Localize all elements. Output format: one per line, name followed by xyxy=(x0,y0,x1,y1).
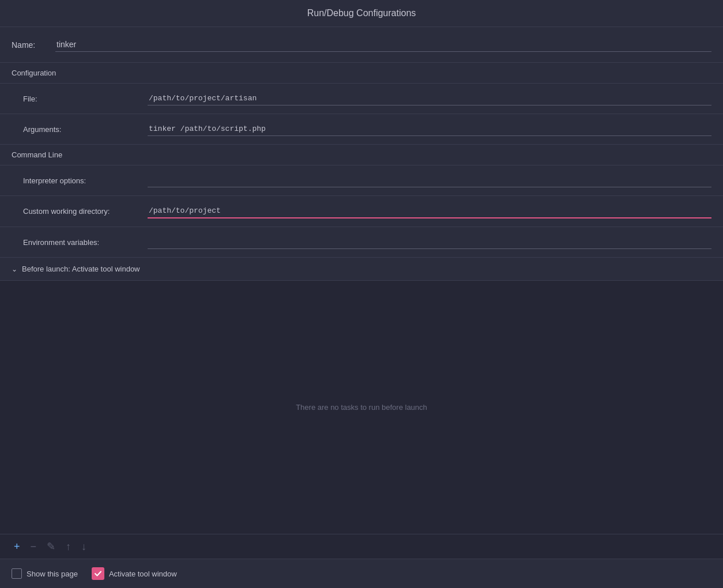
name-row: Name: xyxy=(0,27,723,63)
arguments-label: Arguments: xyxy=(23,125,138,134)
custom-working-dir-label: Custom working directory: xyxy=(23,207,138,216)
file-input[interactable] xyxy=(148,92,711,105)
before-launch-content: There are no tasks to run before launch xyxy=(0,281,723,534)
edit-button[interactable]: ✎ xyxy=(44,540,58,553)
chevron-down-icon: ⌄ xyxy=(12,265,17,273)
configuration-section: Configuration File: Arguments: xyxy=(0,63,723,145)
activate-window-checkbox-item[interactable]: Activate tool window xyxy=(92,567,177,580)
show-page-checkbox-item[interactable]: Show this page xyxy=(12,568,78,579)
interpreter-options-row: Interpreter options: xyxy=(0,165,723,196)
arguments-row: Arguments: xyxy=(0,114,723,144)
before-launch-label: Before launch: Activate tool window xyxy=(22,265,140,273)
activate-window-label: Activate tool window xyxy=(109,570,177,578)
remove-button[interactable]: − xyxy=(28,540,39,553)
interpreter-options-label: Interpreter options: xyxy=(23,176,138,185)
run-debug-dialog: Run/Debug Configurations Name: Configura… xyxy=(0,0,723,588)
env-variables-row: Environment variables: xyxy=(0,227,723,257)
add-button[interactable]: + xyxy=(12,540,22,553)
move-down-button[interactable]: ↓ xyxy=(79,540,89,553)
name-label: Name: xyxy=(12,40,46,50)
show-page-label: Show this page xyxy=(27,570,78,578)
show-page-checkbox[interactable] xyxy=(12,568,22,579)
custom-working-dir-row: Custom working directory: xyxy=(0,196,723,227)
activate-window-checkbox[interactable] xyxy=(92,567,104,580)
command-line-section: Command Line Interpreter options: Custom… xyxy=(0,145,723,258)
dialog-title: Run/Debug Configurations xyxy=(0,0,723,27)
file-label: File: xyxy=(23,95,138,103)
custom-working-dir-input[interactable] xyxy=(148,204,711,218)
footer-row: Show this page Activate tool window xyxy=(0,559,723,588)
no-tasks-text: There are no tasks to run before launch xyxy=(296,403,427,412)
before-launch-header[interactable]: ⌄ Before launch: Activate tool window xyxy=(0,258,723,281)
command-line-header: Command Line xyxy=(0,145,723,165)
name-input[interactable] xyxy=(55,37,711,52)
env-variables-input[interactable] xyxy=(148,235,711,249)
env-variables-label: Environment variables: xyxy=(23,238,138,247)
interpreter-options-input[interactable] xyxy=(148,174,711,187)
configuration-header: Configuration xyxy=(0,63,723,84)
file-row: File: xyxy=(0,84,723,114)
toolbar-row: + − ✎ ↑ ↓ xyxy=(0,534,723,559)
move-up-button[interactable]: ↑ xyxy=(63,540,73,553)
arguments-input[interactable] xyxy=(148,122,711,136)
before-launch-section: ⌄ Before launch: Activate tool window Th… xyxy=(0,258,723,559)
